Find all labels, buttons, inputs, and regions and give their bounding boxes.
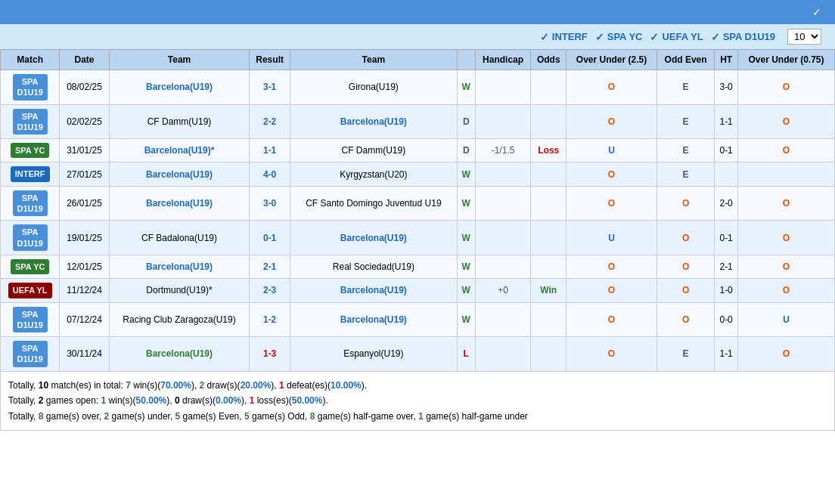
team1[interactable]: Barcelona(U19) <box>109 162 250 186</box>
match-badge: UEFA YL <box>1 279 60 302</box>
team1[interactable]: Racing Club Zaragoza(U19) <box>109 302 250 337</box>
match-status: L <box>457 337 475 372</box>
over-under-25: O <box>566 70 657 105</box>
over-under-25: U <box>566 221 657 255</box>
col-team2: Team <box>290 50 457 70</box>
match-status: D <box>457 139 475 162</box>
match-status: W <box>457 186 475 221</box>
match-result: 1-3 <box>250 337 290 372</box>
filter-uefayl: ✓ UEFA YL <box>650 31 703 43</box>
match-result: 3-1 <box>250 70 290 105</box>
over-under-075: U <box>738 302 835 337</box>
team2[interactable]: Girona(U19) <box>290 70 457 105</box>
open-wins: 1 <box>101 395 107 406</box>
ht-score: 1-1 <box>715 337 738 372</box>
match-result: 2-1 <box>250 255 290 278</box>
team2[interactable]: CF Santo Domingo Juventud U19 <box>290 186 457 221</box>
table-row: UEFA YL11/12/24Dortmund(U19)*2-3Barcelon… <box>1 279 835 302</box>
over-under-25: O <box>566 255 657 278</box>
odds <box>531 255 566 278</box>
team2[interactable]: Barcelona(U19) <box>290 302 457 337</box>
odds <box>531 221 566 255</box>
match-badge: SPAD1U19 <box>1 186 60 221</box>
odd-even: E <box>657 139 714 162</box>
match-result: 4-0 <box>250 162 290 186</box>
table-row: SPAD1U1919/01/25CF Badalona(U19)0-1Barce… <box>1 221 835 255</box>
team1[interactable]: Barcelona(U19)* <box>109 139 250 162</box>
table-row: SPA YC12/01/25Barcelona(U19)2-1Real Soci… <box>1 255 835 278</box>
col-team1: Team <box>109 50 250 70</box>
match-badge: SPA YC <box>1 255 60 278</box>
team2[interactable]: Barcelona(U19) <box>290 279 457 302</box>
filter-uefayl-label[interactable]: UEFA YL <box>662 31 703 42</box>
odd-even: O <box>657 302 714 337</box>
scores-table-wrapper: Match Date Team Result Team Handicap Odd… <box>0 49 835 372</box>
handicap <box>475 255 531 278</box>
draws-pct: 20.00% <box>241 380 272 391</box>
match-result: 3-0 <box>250 186 290 221</box>
team2[interactable]: Real Sociedad(U19) <box>290 255 457 278</box>
team1[interactable]: Barcelona(U19) <box>109 186 250 221</box>
team1[interactable]: Barcelona(U19) <box>109 255 250 278</box>
over-under-25: O <box>566 104 657 139</box>
filters-bar: ✓ INTERF ✓ SPA YC ✓ UEFA YL ✓ SPA D1U19 … <box>0 24 835 49</box>
over-under-075: O <box>738 221 835 255</box>
over-under-25: O <box>566 302 657 337</box>
team2[interactable]: Barcelona(U19) <box>290 104 457 139</box>
over-under-075: O <box>738 186 835 221</box>
col-match: Match <box>1 50 60 70</box>
total-defeats: 1 <box>279 380 284 391</box>
over-under-075: O <box>738 104 835 139</box>
summary-line2: Totally, 2 games open: 1 win(s)(50.00%),… <box>8 393 827 408</box>
table-row: SPAD1U1930/11/24Barcelona(U19)1-3Espanyo… <box>1 337 835 372</box>
team1[interactable]: Barcelona(U19) <box>109 70 250 105</box>
odd-even: E <box>657 70 714 105</box>
main-container: ✓ ✓ INTERF ✓ SPA YC ✓ UEFA YL ✓ SPA D1U1… <box>0 0 835 431</box>
match-date: 11/12/24 <box>60 279 109 302</box>
team2[interactable]: CF Damm(U19) <box>290 139 457 162</box>
team1[interactable]: Dortmund(U19)* <box>109 279 250 302</box>
games-select[interactable]: 10 5 15 20 <box>787 29 821 45</box>
over-under-25: O <box>566 162 657 186</box>
odds <box>531 162 566 186</box>
handicap <box>475 337 531 372</box>
ht-score: 2-1 <box>715 255 738 278</box>
open-games: 2 <box>39 395 44 406</box>
filter-spayc-label[interactable]: SPA YC <box>607 31 643 42</box>
handicap <box>475 302 531 337</box>
col-odd-even: Odd Even <box>657 50 714 70</box>
handicap <box>475 221 531 255</box>
team1[interactable]: CF Damm(U19) <box>109 104 250 139</box>
filter-spad1u19-label[interactable]: SPA D1U19 <box>723 31 775 42</box>
match-result: 2-2 <box>250 104 290 139</box>
spad1u19-check-icon: ✓ <box>711 31 720 43</box>
handicap <box>475 70 531 105</box>
match-status: W <box>457 221 475 255</box>
odds <box>531 337 566 372</box>
handicap <box>475 104 531 139</box>
total-wins: 7 <box>126 380 131 391</box>
col-over-under075: Over Under (0.75) <box>738 50 835 70</box>
team1[interactable]: Barcelona(U19) <box>109 337 250 372</box>
total-draws: 2 <box>200 380 205 391</box>
ht-score: 0-0 <box>715 302 738 337</box>
wins-pct: 70.00% <box>160 380 191 391</box>
over-under-075 <box>738 162 835 186</box>
open-loss-pct: 50.00% <box>292 395 323 406</box>
filter-interf-label[interactable]: INTERF <box>552 31 588 42</box>
table-row: INTERF27/01/25Barcelona(U19)4-0Kyrgyzsta… <box>1 162 835 186</box>
odds: Win <box>531 279 566 302</box>
col-handicap: Handicap <box>475 50 531 70</box>
table-row: SPAD1U1902/02/25CF Damm(U19)2-2Barcelona… <box>1 104 835 139</box>
col-over-under25: Over Under (2.5) <box>566 50 657 70</box>
match-badge: SPAD1U19 <box>1 221 60 255</box>
team2[interactable]: Kyrgyzstan(U20) <box>290 162 457 186</box>
team2[interactable]: Barcelona(U19) <box>290 221 457 255</box>
filter-interf: ✓ INTERF <box>540 31 588 43</box>
col-status <box>457 50 475 70</box>
team2[interactable]: Espanyol(U19) <box>290 337 457 372</box>
team1[interactable]: CF Badalona(U19) <box>109 221 250 255</box>
filter-spad1u19: ✓ SPA D1U19 <box>711 31 775 43</box>
ht-score: 2-0 <box>715 186 738 221</box>
scores-table: Match Date Team Result Team Handicap Odd… <box>0 49 835 372</box>
